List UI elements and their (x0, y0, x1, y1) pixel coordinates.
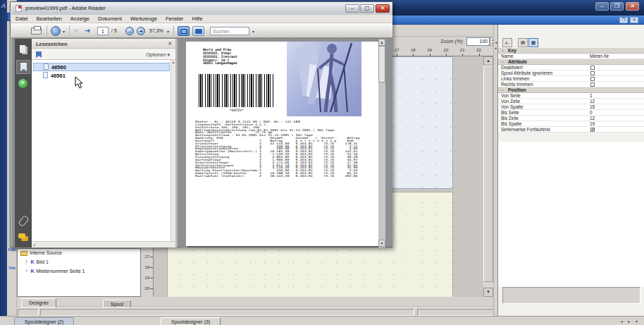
property-checkbox[interactable]: ✔ (590, 128, 595, 132)
previous-view-icon[interactable]: ➜ (73, 27, 79, 35)
property-row[interactable]: Bis Spalte19 (498, 121, 644, 127)
search-dropdown-icon[interactable]: ▾ (252, 29, 254, 34)
scroll-down-icon[interactable]: ▼ (483, 288, 493, 297)
tab-scroll-arrows-icon[interactable]: ◂ ▸ ▾ (621, 319, 640, 324)
ruler-tick (150, 257, 153, 257)
property-value[interactable]: 12 (590, 99, 595, 104)
bookmarks-hscrollbar[interactable]: ◂ (32, 241, 175, 247)
zoom-percent-value[interactable]: 57,3% (149, 28, 163, 33)
taskbar-tab-spooldesigner-2[interactable]: Spooldesigner (2) (14, 317, 74, 325)
property-checkbox[interactable] (590, 66, 595, 70)
zoom-dropdown-icon[interactable]: ▾ (167, 29, 169, 34)
bookmark-item[interactable]: 46561 (33, 72, 170, 80)
property-value[interactable]: 15 (590, 104, 595, 110)
ruler-tick-label: 22 (473, 48, 485, 52)
property-row[interactable]: Seitenweise Fortlaufend✔ (498, 127, 644, 133)
app-left-brand-strip: A (0, 0, 7, 316)
howto-panel-icon[interactable] (16, 77, 30, 91)
sort-button[interactable]: A↓ (502, 38, 512, 47)
property-checkbox[interactable] (590, 71, 595, 75)
property-row[interactable]: Von Zeile12 (498, 99, 644, 104)
splitter-right-icon[interactable]: ▸ (494, 46, 498, 50)
scroll-up-icon[interactable]: ▲ (483, 56, 493, 66)
tree-item[interactable]: ├ KBild 1 (25, 258, 49, 266)
menu-hilfe[interactable]: Hilfe (187, 15, 206, 23)
property-value[interactable]: 1 (590, 93, 593, 99)
property-value[interactable]: 0 (590, 110, 593, 116)
menu-anzeige[interactable]: Anzeige (66, 15, 94, 23)
property-description-box (502, 287, 640, 304)
reader-titlebar[interactable]: preview41999.pdf - Adobe Reader – ▢ ✕ (11, 2, 392, 15)
pdf-page[interactable]: Herrn und Frau XXXXXXX, Otmar XXXXXXX, I… (186, 42, 380, 246)
print-icon[interactable] (31, 27, 42, 35)
menu-datei[interactable]: Datei (11, 15, 32, 23)
property-row[interactable]: Links trimmen (498, 76, 644, 82)
comments-panel-icon[interactable] (16, 231, 30, 245)
property-section-attribute: ♀Attribute (498, 59, 644, 65)
toolbox-tool-label[interactable]: FDID (8, 248, 16, 252)
property-checkbox[interactable] (590, 82, 595, 87)
new-bookmark-icon[interactable] (36, 51, 42, 58)
property-checkbox[interactable] (590, 77, 595, 81)
doc-scroll-thumb[interactable] (378, 46, 385, 82)
tree-root-item[interactable]: Interne Source (20, 249, 62, 257)
view-categorized-button[interactable]: ▤ (518, 38, 528, 47)
property-row[interactable]: Rechts trimmen (498, 82, 644, 87)
menu-fenster[interactable]: Fenster (161, 15, 187, 23)
fullscreen-mode-button[interactable] (192, 26, 204, 36)
zoom-in-icon[interactable]: + (137, 27, 145, 35)
tab-designer[interactable]: Designer (21, 298, 56, 307)
doc-scroll-up-icon[interactable]: ▲ (378, 39, 385, 46)
bookmarks-panel-icon[interactable] (16, 60, 30, 74)
reader-maximize-button[interactable]: ▢ (360, 4, 374, 13)
tree-item[interactable]: └ KMieternummer Seite 1 (25, 267, 85, 276)
scrolling-mode-button[interactable] (178, 26, 190, 36)
send-email-icon[interactable] (51, 26, 61, 36)
property-value[interactable]: 19 (590, 121, 595, 127)
search-input[interactable]: Suchen (210, 27, 249, 35)
mdi-close-button[interactable]: ✕ (630, 17, 638, 23)
canvas-scroll-thumb[interactable] (483, 66, 493, 282)
taskbar-tab-spooldesigner-3[interactable]: Spooldesigner (3) (161, 317, 221, 325)
property-value[interactable]: Mieter-Nr (590, 54, 609, 59)
property-row[interactable]: Bis Zeile12 (498, 116, 644, 121)
bookmark-item[interactable]: 46560 (33, 63, 170, 71)
property-row[interactable]: NameMieter-Nr (498, 54, 644, 59)
property-row[interactable]: Deaktiviert (498, 65, 644, 70)
toolbox-tool-label[interactable]: Trim (8, 266, 16, 270)
reader-minimize-button[interactable]: – (345, 4, 359, 13)
attribute-icon: ♀ (501, 87, 504, 93)
property-section-position: ♀Position (498, 87, 644, 93)
pages-panel-icon[interactable] (16, 43, 30, 57)
send-dropdown-icon[interactable]: ▾ (63, 29, 65, 34)
mdi-restore-button[interactable]: ❐ (619, 17, 628, 23)
menu-werkzeuge[interactable]: Werkzeuge (126, 15, 161, 23)
key-field-icon: K (30, 259, 34, 264)
doc-scroll-down-icon[interactable]: ▼ (378, 240, 385, 247)
tab-spool[interactable]: Spool (103, 300, 131, 307)
panel-splitter[interactable]: ◂ ▸ (493, 25, 497, 316)
canvas-scrollbar[interactable]: ▲ ▼ (483, 56, 493, 297)
property-row[interactable]: Von Spalte15 (498, 104, 644, 110)
document-scrollbar[interactable]: ▲ ▼ (378, 39, 385, 247)
view-alphabetical-button[interactable]: ▦ (528, 38, 538, 47)
zoom-input[interactable]: 100 (466, 37, 490, 46)
property-row[interactable]: Bis Seite0 (498, 110, 644, 116)
bookmarks-close-icon[interactable]: ✕ (168, 41, 172, 47)
property-row[interactable]: Spool Attribute ignorieren (498, 70, 644, 76)
splitter-left-icon[interactable]: ◂ (494, 40, 498, 44)
app-close-button[interactable]: ✕ (626, 2, 639, 11)
page-number-input[interactable]: 1 (97, 27, 109, 35)
attachments-panel-icon[interactable] (16, 214, 30, 228)
property-row[interactable]: Von Seite1 (498, 93, 644, 99)
property-value[interactable]: 12 (590, 116, 595, 121)
reader-close-button[interactable]: ✕ (376, 4, 390, 13)
app-minimize-button[interactable]: – (595, 2, 609, 11)
zoom-out-icon[interactable]: – (125, 27, 134, 35)
bookmarks-vscrollbar[interactable]: ▲ (171, 60, 175, 241)
menu-dokument[interactable]: Dokument (94, 15, 126, 23)
bookmarks-options-button[interactable]: Optionen ▾ (146, 52, 170, 58)
next-view-icon[interactable]: ➜ (85, 27, 90, 35)
menu-bearbeiten[interactable]: Bearbeiten (32, 15, 66, 23)
app-maximize-button[interactable]: ❐ (610, 2, 624, 11)
